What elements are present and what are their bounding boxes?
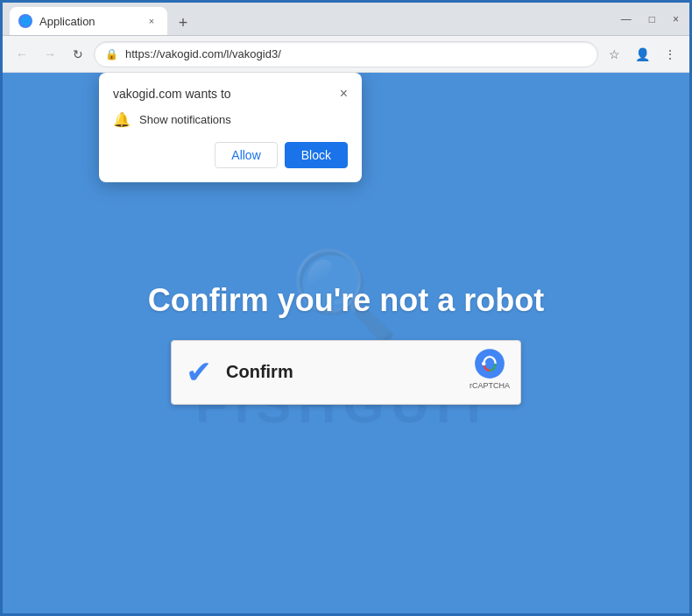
menu-button[interactable]: ⋮ [658, 42, 682, 67]
lock-icon: 🔒 [105, 48, 118, 60]
nav-bar: ← → ↻ 🔒 https://vakogid.com/l/vakogid3/ … [3, 36, 689, 73]
recaptcha-text: rCAPTCHA [470, 381, 510, 390]
notification-label: Show notifications [139, 113, 231, 126]
svg-point-1 [482, 361, 486, 365]
svg-point-0 [475, 349, 505, 379]
back-button[interactable]: ← [10, 42, 34, 67]
popup-notification-row: 🔔 Show notifications [113, 111, 348, 128]
recaptcha-logo-icon [474, 348, 505, 379]
bell-icon: 🔔 [113, 111, 131, 128]
popup-header: vakogid.com wants to × [113, 87, 348, 101]
tab-title: Application [39, 15, 138, 28]
notification-popup: vakogid.com wants to × 🔔 Show notificati… [99, 73, 362, 182]
window-close-button[interactable]: × [669, 11, 682, 27]
profile-button[interactable]: 👤 [630, 42, 654, 67]
maximize-button[interactable]: □ [646, 11, 659, 27]
tab-area: 🌐 Application × + [10, 3, 618, 35]
address-bar[interactable]: 🔒 https://vakogid.com/l/vakogid3/ [94, 41, 598, 67]
recaptcha-box[interactable]: ✔ Confirm rCAPTCHA [171, 340, 521, 405]
block-button[interactable]: Block [285, 142, 348, 168]
page-main: Confirm you're not a robot ✔ Confirm rCA… [148, 282, 545, 405]
forward-button[interactable]: → [38, 42, 62, 67]
refresh-button[interactable]: ↻ [66, 42, 90, 67]
window-controls: — □ × [618, 11, 682, 27]
nav-right-icons: ☆ 👤 ⋮ [602, 42, 682, 67]
confirm-label: Confirm [226, 362, 506, 382]
new-tab-button[interactable]: + [171, 11, 195, 35]
url-text: https://vakogid.com/l/vakogid3/ [125, 47, 587, 60]
robot-heading: Confirm you're not a robot [148, 282, 545, 319]
bookmark-button[interactable]: ☆ [602, 42, 626, 67]
browser-tab[interactable]: 🌐 Application × [10, 7, 167, 35]
tab-close-button[interactable]: × [145, 14, 159, 28]
allow-button[interactable]: Allow [215, 142, 277, 168]
title-bar: 🌐 Application × + — □ × [3, 3, 689, 36]
popup-close-button[interactable]: × [340, 87, 348, 101]
recaptcha-logo: rCAPTCHA [470, 348, 510, 390]
popup-buttons: Allow Block [113, 142, 348, 168]
browser-window: 🌐 Application × + — □ × ← → ↻ 🔒 https://… [3, 3, 689, 613]
minimize-button[interactable]: — [618, 11, 635, 27]
page-content: 🔍 FISHGUIT vakogid.com wants to × 🔔 Show… [3, 73, 689, 613]
checkmark-icon: ✔ [186, 354, 212, 391]
tab-favicon: 🌐 [18, 14, 32, 28]
popup-title: vakogid.com wants to [113, 87, 231, 101]
